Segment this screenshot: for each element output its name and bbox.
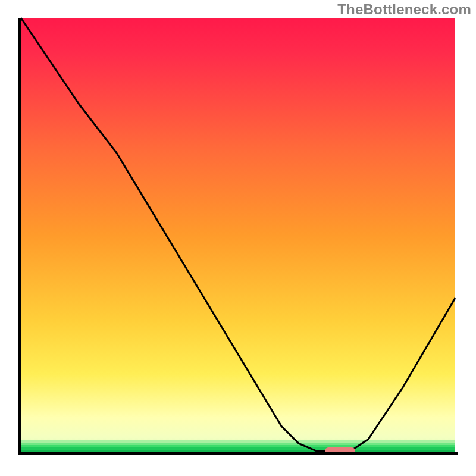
x-axis bbox=[18, 452, 458, 455]
watermark-text: TheBottleneck.com bbox=[337, 1, 471, 18]
plot-area bbox=[21, 18, 455, 452]
chart-container: TheBottleneck.com bbox=[0, 0, 476, 476]
bottleneck-curve bbox=[21, 18, 455, 451]
y-axis bbox=[18, 18, 21, 455]
curve-layer bbox=[21, 18, 455, 452]
